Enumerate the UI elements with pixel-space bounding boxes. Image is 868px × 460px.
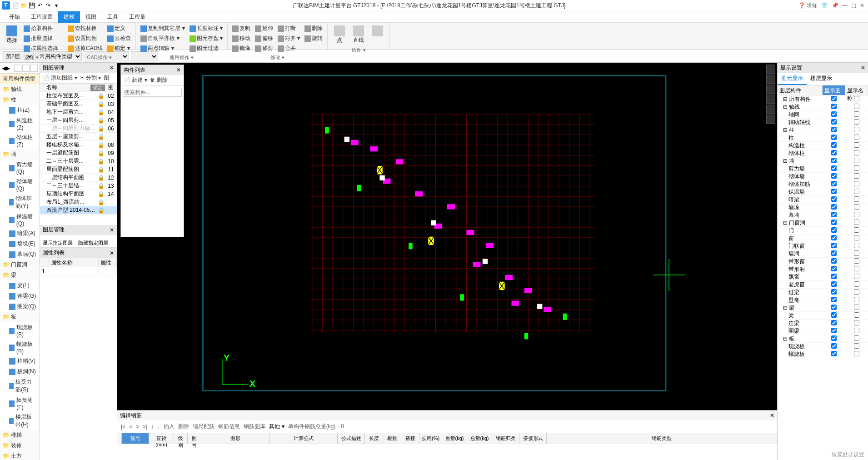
show-element-checkbox[interactable]	[831, 250, 837, 256]
drawing-row[interactable]: 屋顶结构平面图🔒14	[40, 190, 117, 198]
tree-item[interactable]: 板受力筋(S)	[0, 377, 40, 395]
show-element-checkbox[interactable]	[831, 266, 837, 271]
rebar-other-button[interactable]: 其他 ▾	[269, 423, 284, 430]
tree-item[interactable]: 墙垛(E)	[0, 239, 40, 249]
qat-undo-icon[interactable]: ↶	[36, 2, 44, 9]
rebar-nav-last[interactable]: >|	[143, 424, 147, 430]
display-row[interactable]: 带形洞	[778, 265, 868, 273]
show-name-checkbox[interactable]	[854, 173, 859, 179]
show-name-checkbox[interactable]	[854, 127, 859, 132]
view-tool-2[interactable]	[766, 75, 775, 84]
show-element-checkbox[interactable]	[831, 173, 837, 179]
show-name-checkbox[interactable]	[854, 135, 859, 140]
tree-view-icon-1[interactable]	[14, 65, 21, 72]
tab-floor-display[interactable]: 楼层显示	[807, 73, 836, 85]
show-element-checkbox[interactable]	[831, 135, 837, 140]
tree-item[interactable]: 📁 梁	[0, 270, 40, 280]
prop-close-icon[interactable]: ✕	[110, 250, 114, 256]
display-row[interactable]: 构造柱	[778, 142, 868, 150]
tree-item[interactable]: 柱(Z)	[0, 105, 40, 115]
display-row[interactable]: 墙洞	[778, 250, 868, 258]
tab-tools[interactable]: 工具	[102, 11, 124, 23]
select-by-property-button[interactable]: 按属性选择	[22, 44, 60, 53]
tree-item[interactable]: 板负筋(F)	[0, 395, 40, 412]
display-row[interactable]: ⊟ 柱	[778, 126, 868, 134]
tree-item[interactable]: 圈梁(Q)	[0, 301, 40, 312]
display-row[interactable]: 保温墙	[778, 188, 868, 196]
close-icon[interactable]: ✕	[860, 2, 864, 9]
show-element-checkbox[interactable]	[831, 289, 837, 295]
col-diameter[interactable]: 直径(mm)	[149, 433, 174, 444]
drawing-row[interactable]: 一层～四层剪力墙平面图🔒06	[40, 125, 117, 133]
show-name-checkbox[interactable]	[854, 150, 859, 155]
help-link[interactable]: ❓ 求知	[798, 2, 818, 10]
scale-button[interactable]: 图	[104, 74, 109, 82]
tree-header[interactable]: 常用构件类型	[0, 74, 40, 84]
comp-close-icon[interactable]: ✕	[176, 67, 181, 73]
show-element-checkbox[interactable]	[831, 258, 837, 264]
show-element-checkbox[interactable]	[831, 165, 837, 171]
drawing-row[interactable]: 二～三十层梁...🔒10	[40, 157, 117, 165]
display-row[interactable]: 飘窗	[778, 273, 868, 281]
tree-item[interactable]: 📁 土方	[0, 451, 40, 460]
drawing-row[interactable]: 西流户型 2014-05-11🔒	[40, 206, 117, 215]
offset-button[interactable]: 偏移	[253, 34, 275, 43]
display-row[interactable]: 门联窗	[778, 242, 868, 250]
qat-new-icon[interactable]: 📄	[12, 2, 19, 9]
display-row[interactable]: 幕墙	[778, 211, 868, 219]
tree-item[interactable]: 楼层板带(H)	[0, 412, 40, 430]
col-grade[interactable]: 级别	[174, 433, 188, 444]
comp-new-button[interactable]: 📄 新建 ▾	[124, 76, 147, 84]
rebar-up[interactable]: ↑	[151, 424, 154, 430]
show-name-checkbox[interactable]	[854, 119, 859, 125]
pick-component-button[interactable]: 拾取构件	[22, 24, 60, 33]
display-close-icon[interactable]: ✕	[861, 65, 865, 71]
col-rebar-no[interactable]: 筋号	[122, 433, 149, 444]
display-row[interactable]: 砌体加筋	[778, 180, 868, 188]
find-replace-button[interactable]: 查找替换	[66, 24, 105, 33]
align-button[interactable]: 对齐 ▾	[276, 34, 302, 43]
display-row[interactable]: 剪力墙	[778, 165, 868, 173]
show-element-checkbox[interactable]	[831, 104, 837, 109]
show-name-checkbox[interactable]	[854, 104, 859, 109]
show-element-checkbox[interactable]	[831, 119, 837, 125]
group-common-label[interactable]: 通用操作 ▾	[139, 53, 224, 61]
app-logo[interactable]: T	[2, 1, 10, 10]
rebar-down[interactable]: ↓	[157, 424, 160, 430]
col-figno[interactable]: 图号	[188, 433, 201, 444]
show-name-checkbox[interactable]	[854, 212, 859, 217]
tree-item[interactable]: 📁 轴线	[0, 84, 40, 95]
group-modify-label[interactable]: 修改 ▾	[230, 53, 324, 61]
tab-quantity[interactable]: 工程量	[124, 11, 151, 23]
move-button[interactable]: 移动	[230, 34, 252, 43]
drawing-row[interactable]: 布局1_西流结...🔒	[40, 198, 117, 206]
tree-item[interactable]: 砌体墙(Q)	[0, 176, 40, 193]
merge-button[interactable]: 合并	[276, 44, 302, 53]
batch-select-button[interactable]: 批量选择	[22, 34, 60, 43]
line-button[interactable]: 直线	[349, 24, 368, 46]
display-row[interactable]: 窗	[778, 235, 868, 242]
drawing-row[interactable]: 楼电梯及水箱...🔒08	[40, 141, 117, 149]
drawing-row[interactable]: 基础平面图及...🔒03	[40, 100, 117, 108]
view-tool-6[interactable]	[766, 115, 775, 124]
select-button[interactable]: 选择	[3, 24, 21, 46]
show-element-checkbox[interactable]	[831, 235, 837, 240]
show-element-checkbox[interactable]	[831, 227, 837, 233]
show-name-checkbox[interactable]	[854, 328, 859, 333]
display-row[interactable]: ⊟ 所有构件	[778, 95, 868, 103]
disp-col-show-name[interactable]: 显示名称	[845, 85, 868, 95]
show-element-checkbox[interactable]	[831, 274, 837, 279]
lock-button[interactable]: 锁定 ▾	[105, 44, 133, 53]
tree-item[interactable]: 砌体加筋(Y)	[0, 193, 40, 211]
tab-start[interactable]: 开始	[4, 11, 25, 23]
length-dim-button[interactable]: 长度标注 ▾	[188, 24, 224, 33]
display-row[interactable]: 圈梁	[778, 327, 868, 335]
display-row[interactable]: 砌体柱	[778, 150, 868, 157]
col-weight[interactable]: 重量(kg)	[442, 433, 467, 444]
display-row[interactable]: 门	[778, 227, 868, 235]
view-tool-4[interactable]	[766, 95, 775, 104]
tree-item[interactable]: 📁 楼梯	[0, 430, 40, 440]
show-element-checkbox[interactable]	[831, 281, 837, 287]
col-desc[interactable]: 公式描述	[338, 433, 365, 444]
display-row[interactable]: 辅助轴线	[778, 119, 868, 126]
